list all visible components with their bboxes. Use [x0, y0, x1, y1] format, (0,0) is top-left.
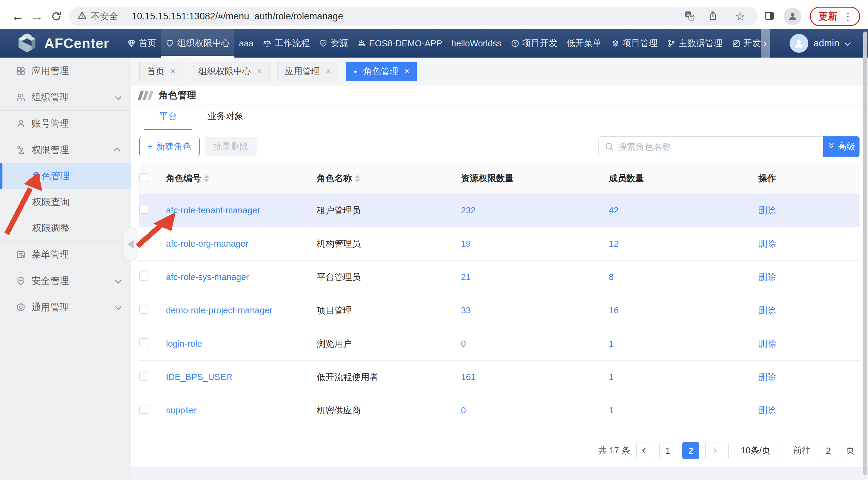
page-scrollbar[interactable]: [863, 31, 867, 475]
sidebar-item-account-mgmt[interactable]: 账号管理: [0, 110, 131, 137]
topnav-item-workflow[interactable]: 工作流程: [258, 29, 314, 58]
goto-page-input[interactable]: [816, 442, 841, 459]
browser-update-button[interactable]: 更新 ⋮: [810, 7, 860, 26]
sidebar-item-menu-mgmt[interactable]: 菜单管理: [0, 241, 131, 268]
delete-link[interactable]: 删除: [758, 272, 776, 282]
delete-link[interactable]: 删除: [758, 305, 776, 315]
role-code-link[interactable]: afc-role-org-manager: [166, 239, 248, 248]
row-checkbox[interactable]: [139, 305, 148, 314]
topnav-item-resources[interactable]: 资源: [314, 29, 352, 58]
active-dot-icon: ●: [354, 69, 357, 74]
bulk-delete-button[interactable]: 批量删除: [205, 137, 256, 156]
share-icon[interactable]: [708, 10, 718, 23]
perm-count-link[interactable]: 0: [461, 406, 466, 415]
sidebar-item-label: 权限调整: [32, 222, 70, 235]
topnav-item-aaa[interactable]: aaa: [235, 29, 258, 58]
sidebar-item-app-mgmt[interactable]: 应用管理: [0, 58, 131, 84]
sidebar-item-role-mgmt[interactable]: 角色管理: [0, 163, 131, 189]
close-icon[interactable]: ×: [404, 67, 409, 76]
workspace-tab-org-auth-center[interactable]: 组织权限中心 ×: [191, 62, 270, 81]
role-code-link[interactable]: supplier: [166, 406, 197, 415]
sidebar-item-security-mgmt[interactable]: 安全管理: [0, 268, 131, 294]
member-count-link[interactable]: 1: [609, 406, 614, 415]
tab-business-object[interactable]: 业务对象: [197, 110, 254, 130]
row-checkbox[interactable]: [139, 338, 148, 347]
sidebar-item-general-mgmt[interactable]: 通用管理: [0, 294, 131, 320]
perm-count-link[interactable]: 33: [461, 305, 471, 315]
member-count-link[interactable]: 1: [609, 372, 614, 382]
reload-icon[interactable]: [46, 7, 66, 26]
back-icon[interactable]: ←: [8, 7, 27, 26]
row-checkbox[interactable]: [139, 405, 148, 414]
page-button-1[interactable]: 1: [659, 442, 676, 459]
role-code-link[interactable]: IDE_BPS_USER: [166, 372, 232, 382]
member-count-link[interactable]: 16: [609, 305, 618, 315]
topnav-item-home[interactable]: 首页: [122, 29, 161, 58]
topnav-item-org-auth-center[interactable]: 组织权限中心: [161, 29, 235, 58]
row-checkbox[interactable]: [139, 238, 148, 247]
app-brand[interactable]: AFCenter: [0, 31, 122, 55]
row-checkbox[interactable]: [139, 205, 148, 214]
sidebar-item-permission-mgmt[interactable]: 权限管理: [0, 137, 131, 163]
sidebar-item-permission-query[interactable]: 权限查询: [0, 189, 131, 215]
workspace-tab-home[interactable]: 首页 ×: [139, 62, 183, 81]
delete-link[interactable]: 删除: [758, 339, 776, 349]
role-code-link[interactable]: demo-role-project-manager: [166, 305, 272, 315]
browser-profile-avatar[interactable]: [784, 7, 801, 25]
close-icon[interactable]: ×: [257, 67, 262, 76]
topnav-item-lowcode-menu[interactable]: 低开菜单: [562, 29, 606, 58]
close-icon[interactable]: ×: [326, 67, 331, 76]
tab-platform[interactable]: 平台: [139, 110, 197, 130]
column-role-name[interactable]: 角色名称: [317, 173, 461, 184]
topnav-item-project-mgmt[interactable]: 项目管理: [606, 29, 662, 58]
perm-count-link[interactable]: 21: [461, 272, 471, 282]
sidebar-collapse-handle[interactable]: [124, 227, 137, 261]
topnav-item-helloworldss[interactable]: helloWorldss: [447, 29, 506, 58]
role-code-link[interactable]: afc-role-sys-manager: [166, 272, 249, 282]
delete-link[interactable]: 删除: [758, 406, 776, 415]
close-icon[interactable]: ×: [170, 67, 175, 76]
workspace-tab-role-mgmt[interactable]: ● 角色管理 ×: [346, 62, 417, 81]
perm-count-link[interactable]: 232: [461, 206, 475, 215]
row-checkbox[interactable]: [139, 271, 148, 280]
topnav-item-project-dev[interactable]: 项目开发: [506, 29, 562, 58]
next-page-button[interactable]: [705, 442, 722, 459]
page-size-select[interactable]: 10条/页: [728, 442, 783, 459]
perm-count-link[interactable]: 161: [461, 372, 475, 382]
delete-link[interactable]: 删除: [758, 239, 776, 248]
member-count-link[interactable]: 8: [609, 272, 614, 282]
advanced-search-button[interactable]: 高级: [823, 137, 860, 157]
select-all-checkbox[interactable]: [139, 173, 148, 182]
perm-count-link[interactable]: 19: [461, 239, 471, 248]
translate-icon[interactable]: G 文: [684, 10, 695, 23]
workspace-tab-app-mgmt[interactable]: 应用管理 ×: [277, 62, 339, 81]
sidebar-item-org-mgmt[interactable]: 组织管理: [0, 84, 131, 110]
page-button-2[interactable]: 2: [682, 442, 699, 459]
nav-scroll-right[interactable]: ›: [761, 29, 770, 58]
browser-menu-icon[interactable]: ⋮: [843, 11, 853, 22]
forward-icon[interactable]: →: [27, 7, 46, 26]
side-panel-icon[interactable]: [763, 10, 775, 23]
delete-link[interactable]: 删除: [758, 372, 776, 382]
user-menu[interactable]: admin: [789, 29, 849, 58]
member-count-link[interactable]: 1: [609, 339, 614, 349]
perm-count-link[interactable]: 0: [461, 339, 466, 349]
topnav-item-eos8-demo-app[interactable]: EOS8-DEMO-APP: [352, 29, 447, 58]
role-name: 机构管理员: [317, 238, 461, 250]
bookmark-star-icon[interactable]: ☆: [731, 7, 750, 26]
delete-link[interactable]: 删除: [758, 206, 776, 215]
prev-page-button[interactable]: [636, 442, 653, 459]
create-role-button[interactable]: + 新建角色: [139, 137, 199, 156]
member-count-link[interactable]: 12: [609, 239, 618, 248]
topnav-item-master-data[interactable]: 主数据管理: [662, 29, 727, 58]
sidebar-item-permission-adjust[interactable]: 权限调整: [0, 215, 131, 241]
heart-icon: [165, 39, 175, 48]
topnav-item-in-development[interactable]: 开发中: [727, 29, 762, 58]
role-code-link[interactable]: login-role: [166, 339, 202, 349]
url-bar[interactable]: 不安全 10.15.15.151:13082/#/menu_auth/role/…: [69, 7, 758, 26]
role-code-link[interactable]: afc-role-tenant-manager: [166, 206, 260, 215]
row-checkbox[interactable]: [139, 371, 148, 381]
search-input[interactable]: [598, 137, 823, 157]
column-role-code[interactable]: 角色编号: [166, 173, 317, 184]
member-count-link[interactable]: 42: [609, 206, 618, 215]
